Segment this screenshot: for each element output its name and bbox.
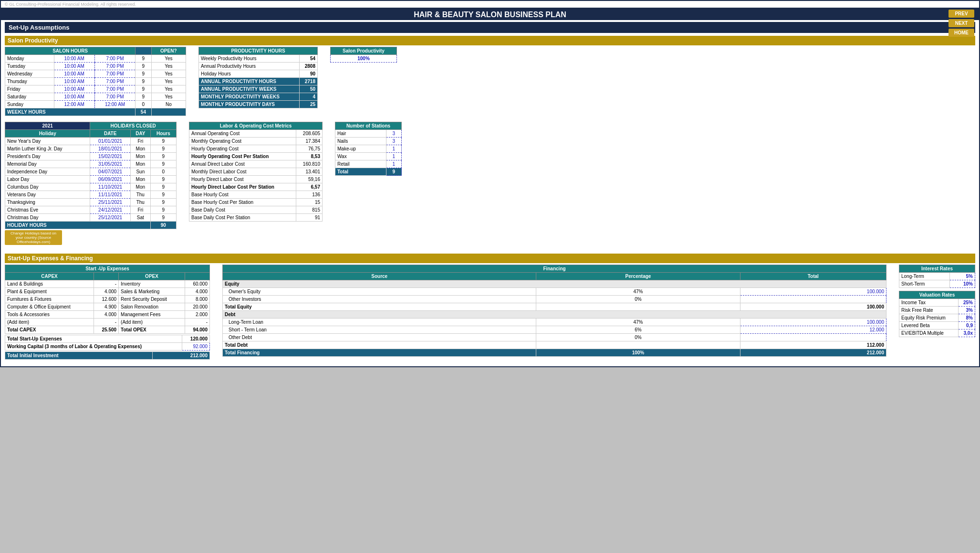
station-value[interactable]: 3 xyxy=(386,138,401,145)
total-startup-value: 120.000 xyxy=(182,335,210,343)
opex-item-value: 60.000 xyxy=(185,280,209,288)
day-label: Wednesday xyxy=(5,70,54,78)
labor-label: Base Daily Cost Per Station xyxy=(189,214,296,222)
close-time[interactable]: 12:00 AM xyxy=(94,101,135,108)
station-value[interactable]: 1 xyxy=(386,153,401,160)
holiday-name: Independence Day xyxy=(5,168,90,176)
opex-item-label: Management Fees xyxy=(119,311,185,319)
labor-cost-row: Hourly Direct Labor Cost Per Station 6,5… xyxy=(189,183,323,191)
station-value[interactable]: 1 xyxy=(386,145,401,153)
holiday-day: Mon xyxy=(130,153,150,160)
next-button[interactable]: NEXT xyxy=(949,19,974,27)
holiday-date[interactable]: 15/02/2021 xyxy=(90,153,131,160)
home-button[interactable]: HOME xyxy=(949,29,974,37)
holiday-date[interactable]: 31/05/2021 xyxy=(90,160,131,168)
open-time[interactable]: 10:00 AM xyxy=(54,70,94,78)
prod-hours-row: MONTHLY PRODUCTIVITY DAYS 25 xyxy=(199,101,318,108)
holiday-date[interactable]: 11/11/2021 xyxy=(90,191,131,199)
interest-rates-table: Interest Rates Long-Term 5% Short-Term 1… xyxy=(899,265,975,288)
open-time[interactable]: 10:00 AM xyxy=(54,85,94,93)
spacer3 xyxy=(180,122,185,245)
close-time[interactable]: 7:00 PM xyxy=(94,93,135,101)
capex-item-label: Plant & Equipment xyxy=(5,288,94,296)
labor-value: 8,53 xyxy=(296,153,322,160)
setup-title: Set-Up Assumptions xyxy=(5,22,975,33)
interest-value[interactable]: 5% xyxy=(950,273,975,280)
valuation-value[interactable]: 25% xyxy=(958,299,975,307)
debt-total[interactable]: 100.000 xyxy=(740,319,886,326)
open-time[interactable]: 10:00 AM xyxy=(54,93,94,101)
equity-row: Other Investors 0% xyxy=(223,296,886,303)
valuation-value[interactable]: 0,9 xyxy=(958,322,975,330)
salon-hours-row: Saturday 10:00 AM 7:00 PM 9 Yes xyxy=(5,93,186,101)
salon-hours-row: Sunday 12:00 AM 12:00 AM 0 No xyxy=(5,101,186,108)
holiday-date[interactable]: 18/01/2021 xyxy=(90,145,131,153)
equity-total[interactable] xyxy=(740,296,886,303)
day-label: Friday xyxy=(5,85,54,93)
holiday-hours: 9 xyxy=(150,160,176,168)
open-time[interactable]: 12:00 AM xyxy=(54,101,94,108)
opex-item-value: - xyxy=(185,319,209,326)
labor-cost-row: Annual Operating Cost 208.605 xyxy=(189,130,323,138)
open-header: OPEN? xyxy=(151,47,186,55)
salon-productivity-label: Salon Productivity xyxy=(5,36,975,45)
spacer5 xyxy=(214,265,219,360)
close-time[interactable]: 7:00 PM xyxy=(94,55,135,63)
total-opex-value: 94.000 xyxy=(185,326,209,334)
close-time[interactable]: 7:00 PM xyxy=(94,78,135,85)
interest-value[interactable]: 10% xyxy=(950,280,975,288)
working-capital-value[interactable]: 92.000 xyxy=(182,343,210,351)
station-value[interactable]: 3 xyxy=(386,130,401,138)
equity-label: Equity xyxy=(223,280,886,288)
productivity-hours-section: PRODUCTIVITY HOURS Weekly Productivity H… xyxy=(198,47,318,116)
open-time[interactable]: 10:00 AM xyxy=(54,55,94,63)
holiday-date[interactable]: 25/11/2021 xyxy=(90,199,131,206)
station-value[interactable]: 9 xyxy=(386,168,401,176)
holiday-date[interactable]: 11/10/2021 xyxy=(90,183,131,191)
opex-item-label: Salon Renovation xyxy=(119,303,185,311)
close-time[interactable]: 7:00 PM xyxy=(94,63,135,70)
holiday-day: Mon xyxy=(130,183,150,191)
holiday-date[interactable]: 24/12/2021 xyxy=(90,206,131,214)
capex-opex-row: Tools & Accessories 4.000 Management Fee… xyxy=(5,311,210,319)
holiday-row: Christmas Day 25/12/2021 Sat 9 xyxy=(5,214,177,222)
is-open: Yes xyxy=(151,63,186,70)
equity-total[interactable]: 100.000 xyxy=(740,288,886,296)
holiday-date[interactable]: 01/01/2021 xyxy=(90,138,131,145)
valuation-value[interactable]: 3,0x xyxy=(958,330,975,337)
day-label: Thursday xyxy=(5,78,54,85)
close-time[interactable]: 7:00 PM xyxy=(94,85,135,93)
hours-count: 9 xyxy=(136,55,151,63)
salon-prod-value[interactable]: 100% xyxy=(331,55,397,63)
open-time[interactable]: 10:00 AM xyxy=(54,78,94,85)
holiday-row: Christmas Eve 24/12/2021 Fri 9 xyxy=(5,206,177,214)
capex-item-label: Land & Buildings xyxy=(5,280,94,288)
labor-cost-row: Base Daily Cost Per Station 91 xyxy=(189,214,323,222)
close-time[interactable]: 7:00 PM xyxy=(94,70,135,78)
debt-pct: 47% xyxy=(536,319,740,326)
open-time[interactable]: 10:00 AM xyxy=(54,63,94,70)
holiday-row: Labor Day 06/09/2021 Mon 9 xyxy=(5,176,177,183)
labor-label: Annual Operating Cost xyxy=(189,130,296,138)
total-equity-label: Total Equity xyxy=(223,303,536,311)
valuation-value[interactable]: 3% xyxy=(958,307,975,314)
debt-total[interactable]: 12.000 xyxy=(740,326,886,334)
holiday-date[interactable]: 06/09/2021 xyxy=(90,176,131,183)
prev-button[interactable]: PREV xyxy=(949,10,974,18)
holiday-hours-label: HOLIDAY HOURS xyxy=(5,222,151,229)
capex-item-value: - xyxy=(94,319,119,326)
holiday-date[interactable]: 25/12/2021 xyxy=(90,214,131,222)
salon-productivity-box: Salon Productivity 100% xyxy=(330,47,397,116)
station-row: Make-up 1 xyxy=(335,145,402,153)
valuation-value[interactable]: 8% xyxy=(958,314,975,322)
opex-item-label: Sales & Marketing xyxy=(119,288,185,296)
valuation-row: Income Tax 25% xyxy=(899,299,975,307)
station-value[interactable]: 1 xyxy=(386,160,401,168)
labor-value: 76,75 xyxy=(296,145,322,153)
prod-value: 2808 xyxy=(300,63,318,70)
total-initial-value: 212.000 xyxy=(153,352,210,360)
holiday-hours-value: 90 xyxy=(150,222,176,229)
debt-total[interactable] xyxy=(740,334,886,341)
weekly-hours-label: WEEKLY HOURS xyxy=(5,108,136,116)
holiday-date[interactable]: 04/07/2021 xyxy=(90,168,131,176)
